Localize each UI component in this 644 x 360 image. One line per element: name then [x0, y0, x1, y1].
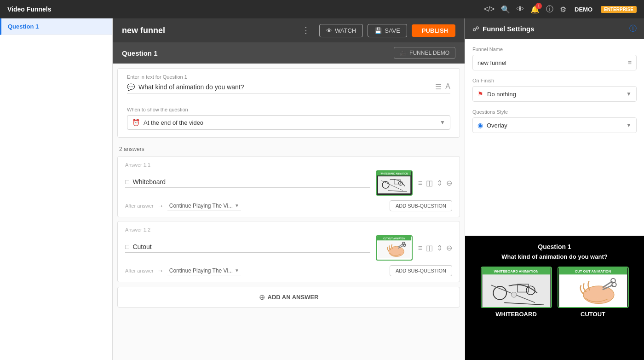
on-finish-chevron: ▼: [626, 91, 632, 97]
answer-1-input-row: □: [125, 178, 370, 188]
svg-text:CUT OUT ANIMATION: CUT OUT ANIMATION: [575, 269, 610, 273]
code-icon[interactable]: </>: [484, 5, 494, 13]
answer-1-row: □ WHITEBOARD ANIMATION: [125, 170, 452, 196]
questions-style-select[interactable]: ◉ Overlay ▼: [472, 117, 637, 133]
answer-1-input[interactable]: [132, 178, 370, 186]
tune-tool-1[interactable]: ≡: [418, 179, 422, 187]
sort-tool-1[interactable]: ⇕: [437, 179, 443, 187]
svg-text:CUT OUT ANIMATION: CUT OUT ANIMATION: [383, 238, 405, 240]
question-text-input[interactable]: [138, 83, 435, 91]
info-icon[interactable]: ⓘ: [629, 24, 637, 34]
funnel-name-group: Funnel Name new funnel ≡: [472, 46, 637, 70]
answer-card-1: Answer 1.1 □ WHITEBOARD AN: [117, 156, 460, 217]
save-floppy-icon: 💾: [374, 27, 382, 34]
comment-icon-1: □: [125, 178, 129, 186]
arrow-right-2: →: [157, 267, 164, 274]
on-finish-group: On Finish ⚑ Do nothing ▼: [472, 78, 637, 102]
tune-tool-2[interactable]: ≡: [418, 244, 422, 252]
left-sidebar: Question 1: [0, 18, 113, 360]
answer-card-2: Answer 1.2 □ CUT OUT ANIMA: [117, 221, 460, 282]
settings-tune-icon[interactable]: ≡: [628, 59, 632, 66]
questions-style-value: Overlay: [487, 122, 507, 129]
preview-box: Question 1 What kind of animation do you…: [465, 236, 644, 360]
answer-2-input-area: □: [125, 243, 370, 253]
dropdown-left: ⏰ At the end of the video: [132, 119, 203, 126]
globe-icon: ◉: [477, 122, 483, 129]
preview-answer-whiteboard: WHITEBOARD ANIMATION WHITEBOARD: [481, 267, 552, 318]
after-value-2: Continue Playing The Vi...: [169, 267, 233, 274]
layout-tool-1[interactable]: ◫: [426, 179, 433, 187]
center-content: new funnel ⋮ 👁 WATCH 💾 SAVE PUBLISH Que: [113, 18, 465, 360]
add-answer-label: ADD AN ANSWER: [268, 294, 319, 301]
answer-2-tools: ≡ ◫ ⇕ ⊖: [418, 244, 452, 252]
app-title: Video Funnels: [7, 6, 51, 13]
answer-1-tools: ≡ ◫ ⇕ ⊖: [418, 179, 452, 187]
font-icon[interactable]: A: [445, 82, 450, 91]
question-text-field: Enter in text for Question 1 💬 ☰ A: [118, 69, 460, 101]
when-value: At the end of the video: [144, 119, 203, 126]
after-dropdown-2[interactable]: Continue Playing The Vi... ▼: [167, 267, 241, 275]
add-answer-section[interactable]: ⊕ ADD AN ANSWER: [117, 287, 460, 308]
chat-icon: 💬: [127, 83, 135, 91]
plus-circle-icon: ⊕: [259, 293, 265, 302]
header-bar: new funnel ⋮ 👁 WATCH 💾 SAVE PUBLISH: [113, 18, 465, 42]
more-options-icon[interactable]: ⋮: [302, 25, 310, 35]
help-icon[interactable]: ⓘ: [546, 5, 553, 14]
preview-cutout-label: CUTOUT: [581, 311, 605, 318]
answers-section: 2 answers Answer 1.1 □: [117, 142, 460, 282]
right-panel-header: ☍ Funnel Settings ⓘ: [465, 18, 644, 39]
funnel-demo-button[interactable]: 🎥 FUNNEL DEMO: [394, 47, 455, 59]
answer-2-input[interactable]: [132, 243, 370, 250]
top-nav: Video Funnels </> 🔍 👁 🔔 1 ⓘ ⚙ DEMO ENTER…: [0, 0, 644, 18]
when-dropdown[interactable]: ⏰ At the end of the video ▼: [127, 115, 450, 130]
answer-2-label: Answer 1.2: [125, 227, 452, 232]
after-label-2: After answer: [125, 268, 154, 273]
on-finish-select[interactable]: ⚑ Do nothing ▼: [472, 86, 637, 102]
settings-icon[interactable]: ⚙: [560, 5, 566, 14]
save-button[interactable]: 💾 SAVE: [368, 24, 407, 37]
question-header: Question 1 🎥 FUNNEL DEMO: [113, 42, 465, 64]
after-value-1: Continue Playing The Vi...: [169, 203, 233, 209]
remove-tool-2[interactable]: ⊖: [446, 244, 452, 252]
publish-button[interactable]: PUBLISH: [412, 24, 455, 37]
sidebar-item-label: Question 1: [8, 23, 39, 30]
when-label: When to show the question: [127, 107, 450, 112]
header-actions: ⋮ 👁 WATCH 💾 SAVE PUBLISH: [302, 24, 455, 37]
preview-thumb-cutout: CUT OUT ANIMATION: [558, 267, 629, 308]
svg-point-22: [511, 292, 516, 297]
question-text-row: 💬 ☰ A: [127, 82, 450, 93]
right-panel-title: ☍ Funnel Settings: [472, 25, 535, 33]
question-text-label: Enter in text for Question 1: [127, 74, 450, 80]
sidebar-item-question1[interactable]: Question 1: [0, 18, 112, 35]
add-sub-button-2[interactable]: ADD SUB-QUESTION: [390, 265, 452, 276]
top-nav-right: </> 🔍 👁 🔔 1 ⓘ ⚙ DEMO ENTERPRISE: [484, 5, 637, 14]
main-layout: Question 1 new funnel ⋮ 👁 WATCH 💾 SAVE P…: [0, 18, 644, 360]
funnel-name-setting-input: new funnel ≡: [472, 55, 637, 70]
bell-icon[interactable]: 🔔 1: [530, 5, 540, 14]
user-name: DEMO: [575, 6, 592, 13]
preview-answers: WHITEBOARD ANIMATION WHITEBOARD: [472, 267, 637, 318]
svg-text:WHITEBOARD ANIMATION: WHITEBOARD ANIMATION: [494, 269, 538, 273]
notification-badge: 1: [535, 3, 542, 9]
funnel-name-value: new funnel: [477, 59, 506, 66]
watch-button[interactable]: 👁 WATCH: [319, 24, 363, 37]
input-tools: ☰ A: [435, 82, 450, 91]
remove-tool-1[interactable]: ⊖: [446, 179, 452, 187]
on-finish-value: Do nothing: [487, 91, 516, 98]
tune-icon[interactable]: ☰: [435, 82, 442, 91]
after-dropdown-1[interactable]: Continue Playing The Vi... ▼: [167, 202, 241, 210]
arrow-right-1: →: [157, 202, 164, 209]
questions-style-label: Questions Style: [472, 109, 637, 115]
answer-2-thumb: CUT OUT ANIMATION: [376, 235, 413, 261]
layout-tool-2[interactable]: ◫: [426, 244, 433, 252]
after-answer-1-row: After answer → Continue Playing The Vi..…: [125, 200, 452, 211]
clock-icon: ⏰: [132, 119, 140, 126]
question-content: Enter in text for Question 1 💬 ☰ A When …: [113, 64, 465, 360]
sort-tool-2[interactable]: ⇕: [437, 244, 443, 252]
when-section: When to show the question ⏰ At the end o…: [118, 101, 460, 137]
search-icon[interactable]: 🔍: [501, 5, 510, 14]
svg-text:WHITEBOARD ANIMATION: WHITEBOARD ANIMATION: [380, 173, 408, 175]
add-sub-button-1[interactable]: ADD SUB-QUESTION: [390, 200, 452, 211]
answer-1-label: Answer 1.1: [125, 162, 452, 168]
eye-icon[interactable]: 👁: [517, 5, 524, 13]
